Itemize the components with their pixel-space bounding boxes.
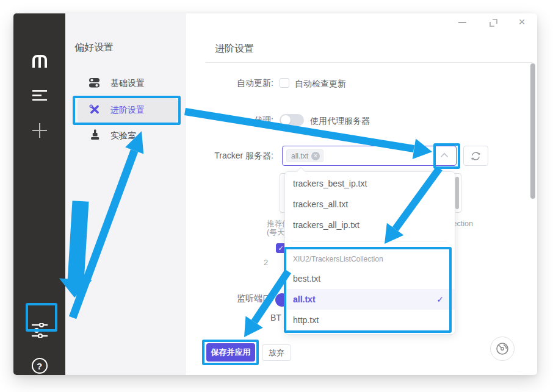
sidebar-item-label: 实验室 (110, 130, 136, 141)
help-glyph: ? (32, 358, 48, 374)
close-button[interactable]: × (516, 16, 528, 28)
add-task-icon[interactable] (13, 123, 65, 138)
proxy-label: 代理: (176, 115, 273, 126)
sync-note-fragment: 2 (264, 258, 268, 267)
tracker-tag-chip: all.txt × (286, 149, 323, 162)
auto-update-label: 自动更新: (176, 78, 273, 89)
bt-text-fragment: BT (270, 313, 281, 323)
minimize-button[interactable] (457, 18, 468, 27)
page-title: 进阶设置 (215, 43, 254, 55)
motrix-logo-icon (13, 51, 65, 71)
tracker-server-label: Tracker 服务器: (176, 151, 273, 162)
toggle-knob (281, 115, 291, 125)
proxy-toggle-label: 使用代理服务器 (310, 116, 370, 127)
maximize-icon (489, 18, 498, 27)
dropdown-divider (292, 241, 447, 241)
auto-update-checkbox-label: 自动检查更新 (295, 79, 346, 90)
textarea-scrollbar-thumb[interactable] (455, 177, 459, 209)
main-scrollbar-thumb[interactable] (530, 63, 535, 199)
dropdown-item[interactable]: trackers_best_ip.txt (285, 173, 455, 194)
highlight-box-preferences-icon (26, 303, 57, 332)
preferences-title: 偏好设置 (74, 41, 114, 54)
discard-button[interactable]: 放弃 (262, 344, 291, 361)
dropdown-item[interactable]: trackers_all_ip.txt (285, 215, 455, 235)
listen-port-label: 监听端口: (176, 293, 273, 304)
sidebar-item-basic-settings[interactable]: 基础设置 (89, 77, 145, 90)
preferences-nav-panel (65, 13, 186, 375)
sync-trackers-button[interactable] (463, 146, 488, 166)
tag-close-icon[interactable]: × (311, 152, 320, 160)
highlight-box-save-button (202, 340, 259, 365)
help-icon[interactable]: ? (13, 357, 65, 374)
task-list-icon[interactable] (13, 90, 65, 102)
speed-limit-fab[interactable] (490, 337, 515, 361)
proxy-toggle[interactable] (280, 114, 304, 126)
screenshot-canvas: ? 偏好设置 基础设置 进阶设置 实验室 (0, 0, 553, 392)
lab-icon (90, 129, 100, 143)
highlight-box-advanced-settings (73, 96, 181, 125)
title-divider (206, 62, 533, 63)
sidebar-item-lab[interactable]: 实验室 (90, 129, 136, 143)
minimize-icon (458, 22, 466, 23)
sync-icon (471, 151, 481, 161)
check-glyph: ✓ (278, 244, 283, 252)
maximize-button[interactable] (488, 17, 499, 28)
tag-label: all.txt (291, 152, 308, 160)
close-icon: × (518, 15, 525, 29)
highlight-box-dropdown-group (284, 247, 452, 333)
basic-settings-icon (89, 77, 100, 90)
dropdown-item[interactable]: trackers_all.txt (285, 194, 455, 215)
auto-update-checkbox[interactable] (280, 78, 289, 88)
highlight-box-chevron (433, 143, 460, 169)
sidebar-item-label: 基础设置 (110, 78, 145, 89)
speedometer-icon (495, 341, 510, 356)
